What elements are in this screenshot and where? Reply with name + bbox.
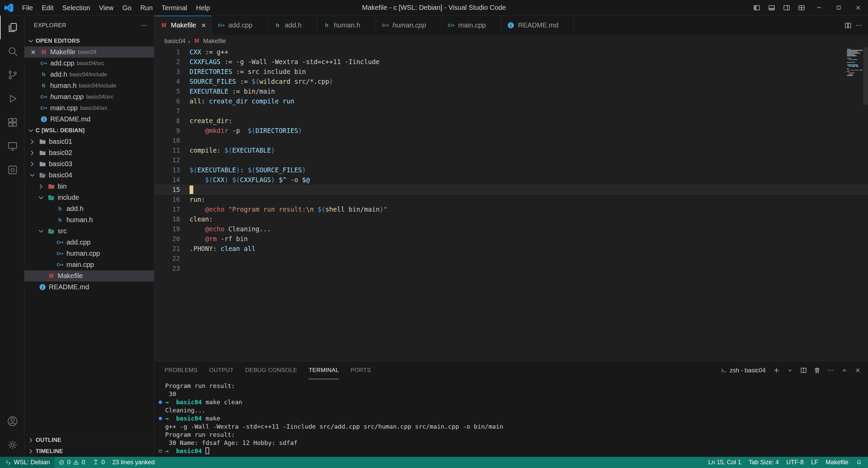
- code-line-8[interactable]: 8create_dir:: [154, 116, 868, 126]
- maximize-panel-icon[interactable]: [838, 364, 850, 376]
- notifications-bell[interactable]: [852, 457, 866, 468]
- breadcrumb-folder[interactable]: basic04: [164, 38, 185, 45]
- scrollbar-thumb[interactable]: [863, 47, 868, 105]
- cursor-position[interactable]: Ln 15, Col 1: [705, 457, 745, 468]
- toggle-secondary-sidebar-icon[interactable]: [779, 0, 794, 16]
- tree-item-bin[interactable]: bin: [24, 181, 154, 192]
- tree-item-makefile[interactable]: MMakefile: [24, 270, 154, 281]
- tree-item-basic03[interactable]: basic03: [24, 158, 154, 170]
- code-line-13[interactable]: 13$(EXECUTABLE): $(SOURCE_FILES): [154, 165, 868, 175]
- tree-item-main-cpp[interactable]: C++main.cpp: [24, 259, 154, 270]
- code-line-2[interactable]: 2CXXFLAGS := -g -Wall -Wextra -std=c++11…: [154, 57, 868, 67]
- menu-run[interactable]: Run: [136, 0, 157, 16]
- eol-selector[interactable]: LF: [807, 457, 822, 468]
- maximize-icon[interactable]: [829, 0, 848, 16]
- panel-tab-terminal[interactable]: TERMINAL: [309, 362, 339, 379]
- activity-search[interactable]: [0, 39, 24, 63]
- customize-layout-icon[interactable]: [794, 0, 809, 16]
- tab-main-cpp[interactable]: C++main.cpp: [442, 16, 501, 35]
- activity-remote-explorer[interactable]: [0, 134, 24, 158]
- code-line-6[interactable]: 6all: create_dir compile run: [154, 96, 868, 106]
- panel-tab-output[interactable]: OUTPUT: [209, 362, 234, 379]
- tree-item-add-cpp[interactable]: C++add.cpp: [24, 237, 154, 248]
- open-editor-main-cpp[interactable]: C++main.cppbasic04/src: [24, 102, 154, 114]
- activity-remote-tools[interactable]: [0, 158, 24, 182]
- tree-item-readme-md[interactable]: README.md: [24, 281, 154, 293]
- open-editor-human-cpp[interactable]: C++human.cppbasic04/src: [24, 91, 154, 102]
- terminal-instance-label[interactable]: zsh - basic04: [721, 367, 766, 374]
- panel-more-actions-icon[interactable]: [825, 364, 837, 376]
- open-editor-readme-md[interactable]: README.md: [24, 114, 154, 125]
- code-line-19[interactable]: 19 @echo Cleaning...: [154, 224, 868, 234]
- tree-item-basic01[interactable]: basic01: [24, 136, 154, 147]
- problems-indicator[interactable]: 0 0: [55, 457, 89, 468]
- outline-header[interactable]: OUTLINE: [24, 434, 154, 446]
- terminal[interactable]: Program run result: 30→ basic04 make cle…: [154, 379, 868, 457]
- tree-item-basic02[interactable]: basic02: [24, 147, 154, 158]
- tree-item-human-cpp[interactable]: C++human.cpp: [24, 248, 154, 259]
- menu-terminal[interactable]: Terminal: [157, 0, 192, 16]
- open-editors-header[interactable]: OPEN EDITORS: [24, 35, 154, 46]
- command-decoration-icon[interactable]: [159, 401, 162, 404]
- code-line-3[interactable]: 3DIRECTORIES := src include bin: [154, 67, 868, 77]
- activity-accounts[interactable]: [0, 409, 24, 433]
- panel-tab-problems[interactable]: PROBLEMS: [164, 362, 198, 379]
- code-line-5[interactable]: 5EXECUTABLE := bin/main: [154, 86, 868, 96]
- language-mode[interactable]: Makefile: [822, 457, 852, 468]
- code-editor[interactable]: 1CXX := g++2CXXFLAGS := -g -Wall -Wextra…: [154, 47, 868, 361]
- code-line-12[interactable]: 12: [154, 155, 868, 165]
- tab-human-cpp[interactable]: C++human.cpp: [376, 16, 442, 35]
- panel-tab-ports[interactable]: PORTS: [351, 362, 371, 379]
- tree-item-src[interactable]: src: [24, 226, 154, 237]
- code-line-4[interactable]: 4SOURCE_FILES := $(wildcard src/*.cpp): [154, 77, 868, 86]
- menu-file[interactable]: File: [18, 0, 37, 16]
- activity-manage[interactable]: [0, 433, 24, 457]
- explorer-more-actions-icon[interactable]: [140, 22, 148, 29]
- tab-human-h[interactable]: hhuman.h: [317, 16, 376, 35]
- toggle-panel-icon[interactable]: [764, 0, 779, 16]
- split-terminal-icon[interactable]: [797, 364, 810, 376]
- encoding[interactable]: UTF-8: [783, 457, 807, 468]
- indentation[interactable]: Tab Size: 4: [745, 457, 783, 468]
- command-decoration-icon[interactable]: [159, 449, 162, 453]
- code-line-20[interactable]: 20 @rm -rf bin: [154, 234, 868, 244]
- code-line-14[interactable]: 14 $(CXX) $(CXXFLAGS) $^ -o $@: [154, 175, 868, 185]
- editor-scrollbar[interactable]: [863, 47, 868, 361]
- editor-more-actions-icon[interactable]: [855, 22, 863, 29]
- minimize-icon[interactable]: [809, 0, 829, 16]
- code-line-16[interactable]: 16run:: [154, 195, 868, 204]
- activity-extensions[interactable]: [0, 111, 24, 134]
- code-line-10[interactable]: 10: [154, 136, 868, 145]
- activity-source-control[interactable]: [0, 63, 24, 87]
- close-panel-icon[interactable]: [852, 364, 864, 376]
- menu-view[interactable]: View: [95, 0, 118, 16]
- menu-selection[interactable]: Selection: [58, 0, 95, 16]
- timeline-header[interactable]: TIMELINE: [24, 446, 154, 457]
- menu-edit[interactable]: Edit: [37, 0, 58, 16]
- code-line-7[interactable]: 7: [154, 106, 868, 116]
- tree-item-human-h[interactable]: hhuman.h: [24, 214, 154, 226]
- menu-go[interactable]: Go: [118, 0, 136, 16]
- open-editor-human-h[interactable]: hhuman.hbasic04/include: [24, 80, 154, 91]
- code-line-18[interactable]: 18clean:: [154, 214, 868, 224]
- ports-indicator[interactable]: 0: [89, 457, 108, 468]
- open-editor-add-cpp[interactable]: C++add.cppbasic04/src: [24, 58, 154, 69]
- open-editor-add-h[interactable]: hadd.hbasic04/include: [24, 69, 154, 80]
- menu-help[interactable]: Help: [192, 0, 214, 16]
- tab-add-cpp[interactable]: C++add.cpp: [212, 16, 268, 35]
- tab-add-h[interactable]: hadd.h: [268, 16, 317, 35]
- activity-run-and-debug[interactable]: [0, 87, 24, 111]
- activity-explorer[interactable]: [0, 16, 24, 39]
- panel-tab-debug-console[interactable]: DEBUG CONSOLE: [245, 362, 297, 379]
- command-decoration-icon[interactable]: [159, 417, 162, 420]
- tree-item-basic04[interactable]: basic04: [24, 170, 154, 181]
- close-icon[interactable]: [848, 0, 868, 16]
- toggle-primary-sidebar-icon[interactable]: [749, 0, 764, 16]
- code-line-22[interactable]: 22: [154, 254, 868, 264]
- code-line-17[interactable]: 17 @echo "Program run result:\n $(shell …: [154, 204, 868, 214]
- minimap[interactable]: [847, 48, 863, 79]
- workspace-folder-header[interactable]: C [WSL: DEBIAN]: [24, 125, 154, 136]
- code-line-9[interactable]: 9 @mkdir -p $(DIRECTORIES): [154, 126, 868, 136]
- code-line-23[interactable]: 23: [154, 264, 868, 273]
- terminal-launch-dropdown-icon[interactable]: [784, 364, 796, 376]
